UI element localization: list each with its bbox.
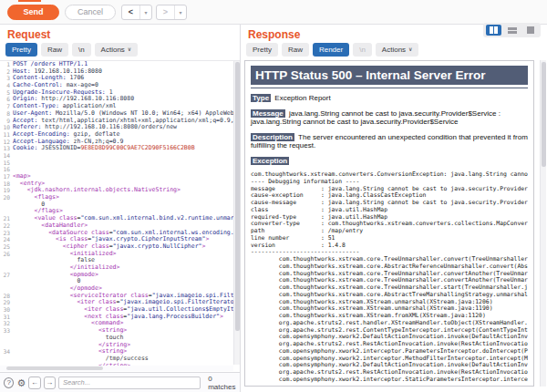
editor-line: 12Accept-Language: zh-CN,zh;q=0.9	[0, 139, 240, 146]
tab-actions[interactable]: Actions∨	[95, 43, 139, 57]
chevron-down-icon: ∨	[408, 43, 412, 57]
editor-line: 11Accept-Encoding: gzip, deflate	[0, 131, 240, 139]
active-tab-indicator	[18, 0, 41, 2]
editor-line: 3Content-Length: 1706	[0, 75, 240, 82]
editor-line: </initialized>	[0, 264, 240, 272]
cancel-button[interactable]: Cancel	[65, 5, 116, 20]
request-horizontal-scrollbar[interactable]	[0, 366, 233, 371]
editor-line: 34 <string>	[0, 348, 240, 356]
forward-dropdown-icon[interactable]: ▾	[174, 5, 186, 19]
tab-actions[interactable]: Actions∨	[376, 43, 419, 57]
editor-line: 33 <string>	[0, 327, 240, 335]
single-pane-layout-icon[interactable]	[522, 25, 538, 36]
forward-arrow-icon[interactable]: >	[157, 5, 174, 19]
exception-label: Exception	[251, 157, 289, 165]
editor-line: </string>	[0, 342, 240, 349]
history-back-button[interactable]: < ▾	[121, 5, 152, 20]
chevron-down-icon: ∨	[128, 43, 131, 57]
editor-line: /tmp/success	[0, 356, 240, 363]
editor-line: 25 <cipher class="javax.crypto.NullCiphe…	[0, 243, 240, 251]
editor-line: 32 <command>	[0, 320, 240, 327]
history-forward-button[interactable]: > ▾	[156, 5, 187, 20]
back-arrow-icon[interactable]: <	[122, 5, 139, 19]
editor-line: 24 <is class="javax.crypto.CipherInputSt…	[0, 236, 240, 243]
error-page-divider	[251, 88, 528, 88]
tab-n: \n	[353, 43, 372, 57]
editor-line: 9Accept: text/html,application/xhtml+xml…	[0, 118, 240, 125]
editor-line: 22 <dataHandler>	[0, 222, 240, 230]
gear-icon[interactable]: ⚙	[16, 377, 26, 388]
error-field-type: Type Exception Report	[251, 94, 528, 103]
editor-line: 5Upgrade-Insecure-Requests: 1	[0, 89, 240, 97]
editor-line: 13Cookie: JSESSIONID=9E8ED8D99C00C9AE7C2…	[0, 145, 240, 152]
editor-line: 21 <value class="com.sun.xml.internal.bi…	[0, 215, 240, 222]
editor-line: 8User-Agent: Mozilla/5.0 (Windows NT 10.…	[0, 110, 240, 118]
request-panel-title: Request	[7, 28, 50, 41]
error-field-exception: Exception	[251, 157, 528, 166]
editor-line: 17<map>	[0, 173, 240, 181]
response-vscroll-thumb[interactable]	[542, 62, 546, 167]
editor-line: </flags>	[0, 208, 240, 215]
editor-line: 29 <iter class="javax.imageio.spi.Filter…	[0, 299, 240, 306]
rows-layout-icon[interactable]	[504, 25, 520, 36]
view-layout-toggles	[483, 23, 541, 37]
editor-line: touch	[0, 335, 240, 342]
editor-line: 30 <iter class="java.util.Collections$Em…	[0, 306, 240, 314]
editor-line: 23 <dataSource class="com.sun.xml.intern…	[0, 230, 240, 237]
editor-line: 14	[0, 152, 240, 160]
tab-raw[interactable]: Raw	[282, 43, 309, 57]
search-input[interactable]	[58, 377, 201, 389]
columns-layout-icon[interactable]	[486, 25, 501, 36]
editor-line: 4Cache-Control: max-age=0	[0, 82, 240, 89]
editor-line: 18 <entry>	[0, 181, 240, 188]
error-field-description: Description The server encountered an un…	[251, 133, 528, 150]
search-next-button[interactable]: →	[44, 377, 56, 389]
request-editor-lines: 1POST /orders HTTP/1.12Host: 192.168.10.…	[0, 61, 240, 369]
tab-pretty[interactable]: Pretty	[246, 43, 278, 57]
search-previous-button[interactable]: ←	[28, 377, 40, 389]
tab-render[interactable]: Render	[313, 43, 349, 57]
request-hscroll-thumb[interactable]	[6, 366, 103, 370]
editor-line: 27 <opmode>	[0, 272, 240, 279]
field-label: Type	[251, 94, 271, 102]
tab-raw[interactable]: Raw	[41, 43, 68, 57]
field-label: Message	[251, 109, 285, 118]
editor-line: false	[0, 257, 240, 264]
error-page-title: HTTP Status 500 – Internal Server Error	[251, 66, 528, 85]
editor-line: 28 <serviceIterator class="javax.imageio…	[0, 293, 240, 300]
request-tabs: PrettyRaw\nActions∨	[5, 43, 138, 57]
response-vertical-scrollbar[interactable]	[540, 60, 546, 387]
editor-line: 6Origin: http://192.168.10.116:8080	[0, 96, 240, 103]
field-label: Description	[251, 133, 294, 141]
search-match-count: 0 matches	[208, 375, 240, 391]
panel-divider[interactable]	[240, 25, 241, 392]
editor-line: 31 <next class="java.lang.ProcessBuilder…	[0, 314, 240, 321]
response-tabs: PrettyRawRender\nActions∨	[246, 43, 418, 57]
search-bar: ? ⚙ ← → 0 matches	[0, 372, 240, 392]
tab-n[interactable]: \n	[72, 43, 91, 57]
response-render-view[interactable]: HTTP Status 500 – Internal Server Error …	[244, 60, 534, 387]
editor-line: 0	[0, 201, 240, 209]
repeater-window: Send Cancel < ▾ > ▾ Request PrettyRaw\nA…	[0, 0, 547, 392]
error-page-fields: Type Exception ReportMessage java.lang.S…	[251, 94, 528, 150]
request-editor[interactable]: 1POST /orders HTTP/1.12Host: 192.168.10.…	[0, 60, 240, 371]
request-vscroll-thumb[interactable]	[235, 62, 240, 331]
editor-line: 0	[0, 278, 240, 285]
toolbar: Send Cancel < ▾ > ▾	[0, 0, 547, 25]
response-panel-title: Response	[248, 28, 300, 41]
editor-line: 10Referer: http://192.168.10.116:8080/or…	[0, 124, 240, 131]
send-button[interactable]: Send	[7, 5, 59, 20]
editor-line: 16	[0, 166, 240, 173]
editor-line: 2Host: 192.168.10.116:8080	[0, 68, 240, 76]
exception-stacktrace: com.thoughtworks.xstream.converters.Conv…	[251, 171, 528, 384]
editor-line: 20 <flags>	[0, 194, 240, 201]
back-dropdown-icon[interactable]: ▾	[139, 5, 151, 19]
editor-line: 15	[0, 160, 240, 167]
help-icon[interactable]: ?	[4, 377, 14, 388]
error-field-message: Message java.lang.String cannot be cast …	[251, 109, 528, 127]
editor-line: 7Content-Type: application/xml	[0, 103, 240, 110]
tab-pretty[interactable]: Pretty	[5, 43, 37, 57]
editor-line: 1POST /orders HTTP/1.1	[0, 61, 240, 68]
editor-line: 19 <jdk.nashorn.internal.objects.NativeS…	[0, 187, 240, 194]
request-vertical-scrollbar[interactable]	[233, 61, 240, 365]
